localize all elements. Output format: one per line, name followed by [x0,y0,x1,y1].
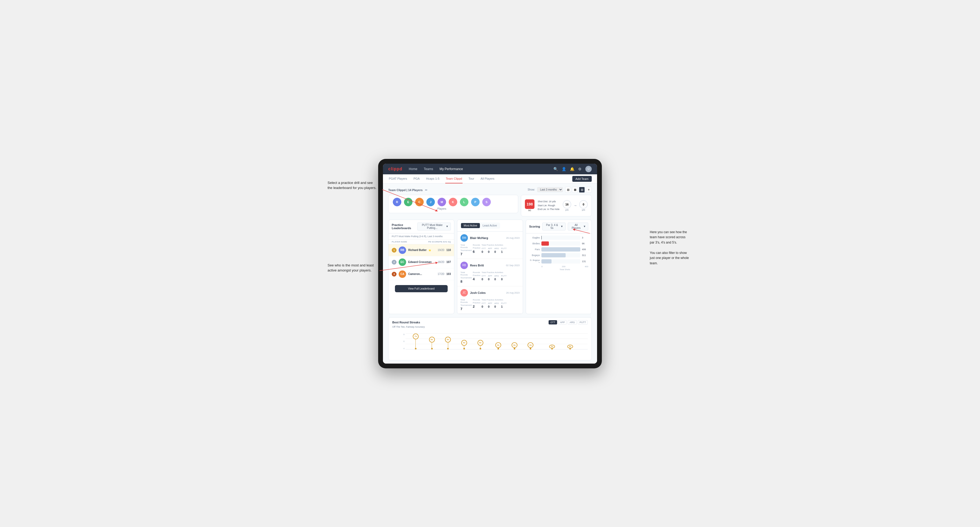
avatar[interactable]: K [449,198,457,206]
stat-total-rounds-label: Total Rounds Tournament 7 [460,244,472,256]
streak-stem [464,346,464,348]
avatar[interactable]: R [393,198,401,206]
active-player-card[interactable]: BM Blair McHarg 26 Aug 2023 Total Rounds… [457,232,523,259]
chart-axis: 0 200 400 [529,265,588,268]
player-name: Rees Britt [470,264,484,267]
player-name: Cameron... [408,273,435,275]
tablet-screen: clippd Home Teams My Performance 🔍 👤 🔔 ⚙… [383,163,597,364]
activity-date: 02 Sep 2023 [506,264,520,267]
stat-tournament: Total Rounds Tournament 8 [460,271,472,284]
streak-marker: 4x [512,342,517,349]
sub-nav-team-clippd[interactable]: Team Clippd [445,174,463,183]
rank-badge: 1 [392,248,396,252]
scoring-bar-chart: Eagles 3 Birdies [526,233,592,273]
most-active-btn[interactable]: Most Active [461,223,480,228]
avatar[interactable]: C [415,198,424,206]
active-toggle-group: Most Active Least Active [460,222,500,229]
app-logo: clippd [388,167,402,171]
sub-nav-pgat[interactable]: PGAT Players [388,174,408,183]
settings-icon[interactable]: ⚙ [578,167,582,171]
edit-team-icon[interactable]: ✏ [425,189,428,192]
bell-icon[interactable]: 🔔 [570,167,574,171]
add-team-button[interactable]: Add Team [572,176,592,182]
list-view-btn[interactable]: ≡ [586,187,592,193]
bar-birdies: Birdies 96 [529,241,588,246]
leaderboard-row[interactable]: 1 RB Richard Butler ⭐ 19/20 110 [388,244,454,256]
leaderboard-drill-dropdown[interactable]: PUTT Must Make Putting... ▼ [417,222,451,230]
active-player-card[interactable]: RB Rees Britt 02 Sep 2023 Total Rounds T… [457,259,523,286]
players-label: Players [437,207,446,210]
nav-home[interactable]: Home [408,167,418,171]
bar-pars: Pars 499 [529,247,588,252]
avatar[interactable]: S [482,198,491,206]
filter-arg[interactable]: ARG [568,320,577,324]
player-score: 18/20 [438,260,444,264]
bar-track [541,236,580,240]
bar-value-eagles: 3 [582,237,588,239]
bar-label-double-bogeys: D. Bogeys + [529,259,540,264]
bar-eagles: Eagles 3 [529,236,588,240]
annotation-bottom-left: See who is the most and least active amo… [328,263,381,273]
streak-badge: 6x [429,337,435,343]
sub-nav-all-players[interactable]: All Players [480,174,495,183]
streak-dot [551,348,553,349]
card-view-btn[interactable]: ▨ [579,187,585,193]
bar-label-eagles: Eagles [529,237,540,239]
sub-nav-pga[interactable]: PGA [413,174,420,183]
active-player-card[interactable]: JC Josh Coles 26 Aug 2023 Total Rounds T… [457,286,523,314]
avatar[interactable]: J [426,198,435,206]
team-title: Team Clippd | 14 Players ✏ [388,189,428,192]
bar-value-pars: 499 [582,248,588,251]
filter-ott[interactable]: OTT [549,320,557,324]
streaks-title: Best Round Streaks [392,321,420,324]
streak-dot [447,348,449,349]
leaderboard-row[interactable]: 3 CA Cameron... 17/20 103 [388,268,454,280]
streak-dot [463,348,465,349]
nav-performance[interactable]: My Performance [438,167,464,171]
rank-badge: 2 [392,260,396,265]
avatar[interactable]: E [404,198,412,206]
stat-activities: Total Practice Activities OTT0 APP0 ARG0… [482,271,506,284]
filter-putt[interactable]: PUTT [578,320,588,324]
team-controls: Show: Last 3 months Last 6 months This y… [528,187,592,193]
main-grid: Practice Leaderboards PUTT Must Make Put… [388,220,592,314]
filter-app[interactable]: APP [558,320,567,324]
team-title-group: Team Clippd | 14 Players ✏ [388,187,428,192]
search-icon[interactable]: 🔍 [554,167,558,171]
table-view-btn[interactable]: ▩ [572,187,578,193]
user-avatar[interactable]: U [585,166,592,172]
bar-label-birdies: Birdies [529,242,540,245]
sub-nav-tour[interactable]: Tour [468,174,474,183]
player-filter-dropdown[interactable]: All Players ▼ [568,222,588,230]
show-period-select[interactable]: Last 3 months Last 6 months This year [537,187,563,192]
main-content: Team Clippd | 14 Players ✏ Show: Last 3 … [383,184,597,364]
players-avatars-group: R E C J M K L P S Players [393,198,491,210]
leaderboard-row[interactable]: 2 EC Edward Crossman 18/20 107 [388,256,454,268]
avatar[interactable]: P [471,198,480,206]
best-round-streaks-section: Best Round Streaks OTT APP ARG PUTT Off … [388,317,592,360]
avatar[interactable]: M [438,198,446,206]
view-icons: ▧ ▩ ▨ ≡ [565,187,592,193]
sub-nav-hcaps[interactable]: Hcaps 1-5 [426,174,440,183]
streak-marker: 3x [549,344,555,349]
shot-circle-end: 0 [579,200,588,209]
par-filter-dropdown[interactable]: Par 3, 4 & 5s ▼ [542,222,566,230]
streak-stem [415,339,416,348]
chart-axis-label: Total Shots [529,268,588,271]
streak-badge: 4x [495,342,501,348]
player-score: 19/20 [438,249,444,252]
leaderboard-subtitle: PUTT Must Make Putting (3-6 ft), Last 3 … [388,233,454,240]
person-icon[interactable]: 👤 [562,167,566,171]
avatar[interactable]: L [460,198,468,206]
grid-view-btn[interactable]: ▧ [565,187,571,193]
least-active-btn[interactable]: Least Active [480,223,500,228]
most-active-header: Most Active Least Active [457,220,523,232]
view-full-leaderboard-button[interactable]: View Full Leaderboard [395,285,448,292]
player-info: JC Josh Coles [460,289,486,297]
streak-marker: 4x [528,342,533,349]
nav-teams[interactable]: Teams [423,167,434,171]
team-header: Team Clippd | 14 Players ✏ Show: Last 3 … [388,187,592,193]
stat-practice: Rounds Practice 6 [473,244,480,256]
streak-markers-container: 7x 6x 6x [406,333,585,349]
bar-value-birdies: 96 [582,242,588,245]
